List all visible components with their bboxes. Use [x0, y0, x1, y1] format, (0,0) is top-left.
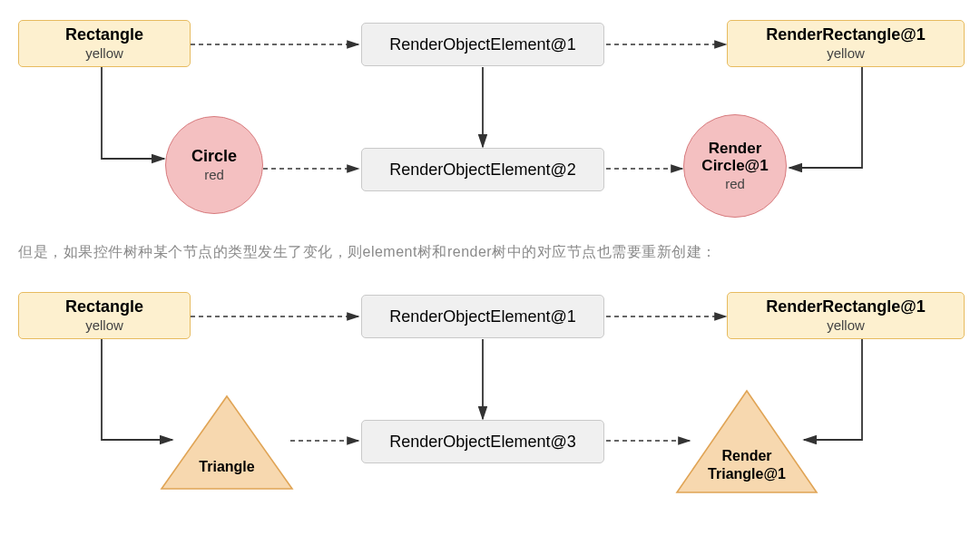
caption-text: 但是，如果控件树种某个节点的类型发生了变化，则element树和render树中…: [18, 243, 962, 262]
render-circle-1-line2: Circle@1: [701, 156, 768, 175]
widget-circle-1-title: Circle: [191, 146, 237, 167]
render-rectangle-2-title: RenderRectangle@1: [766, 297, 926, 317]
element-1b-label: RenderObjectElement@1: [389, 307, 575, 327]
widget-rectangle-2: Rectangle yellow: [18, 292, 191, 339]
widget-triangle-2-title: Triangle: [159, 459, 295, 475]
render-triangle-2-line1: Render: [674, 448, 819, 464]
widget-triangle-2: Triangle: [159, 394, 295, 491]
render-rectangle-1-subtitle: yellow: [827, 45, 865, 63]
widget-circle-1: Circle red: [165, 116, 263, 214]
render-circle-1-line1: Render: [709, 139, 762, 158]
widget-rectangle-1-title: Rectangle: [65, 24, 143, 45]
render-rectangle-1: RenderRectangle@1 yellow: [727, 20, 965, 67]
element-1: RenderObjectElement@1: [361, 23, 604, 66]
widget-rectangle-2-subtitle: yellow: [85, 317, 123, 335]
element-3: RenderObjectElement@3: [361, 420, 604, 463]
element-3-label: RenderObjectElement@3: [389, 432, 575, 453]
element-1b: RenderObjectElement@1: [361, 295, 604, 338]
render-circle-1-subtitle: red: [725, 176, 745, 193]
render-triangle-2-line2: Triangle@1: [674, 466, 819, 482]
render-triangle-2: Render Triangle@1: [674, 388, 819, 495]
widget-rectangle-1-subtitle: yellow: [85, 45, 123, 63]
widget-rectangle-2-title: Rectangle: [65, 297, 143, 317]
element-2: RenderObjectElement@2: [361, 148, 604, 191]
render-rectangle-2: RenderRectangle@1 yellow: [727, 292, 965, 339]
render-circle-1: Render Circle@1 red: [683, 114, 787, 218]
render-rectangle-2-subtitle: yellow: [827, 317, 865, 335]
render-rectangle-1-title: RenderRectangle@1: [766, 24, 926, 45]
element-2-label: RenderObjectElement@2: [389, 160, 575, 180]
element-1-label: RenderObjectElement@1: [389, 34, 575, 55]
widget-rectangle-1: Rectangle yellow: [18, 20, 191, 67]
diagram-canvas: Rectangle yellow Circle red RenderObject…: [0, 0, 980, 545]
widget-circle-1-subtitle: red: [204, 167, 224, 184]
